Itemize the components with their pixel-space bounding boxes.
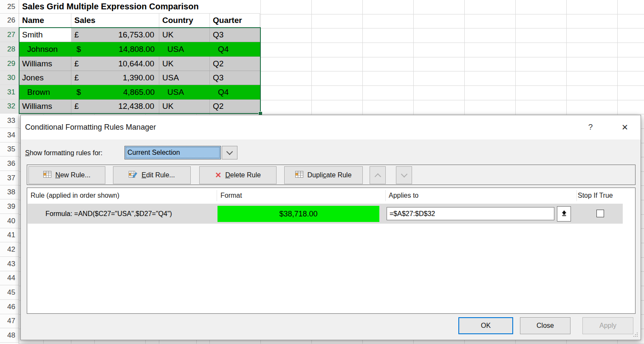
move-rule-up-button[interactable] bbox=[370, 166, 386, 184]
scope-dropdown-arrow-button[interactable] bbox=[222, 146, 237, 159]
chevron-up-icon bbox=[374, 173, 381, 180]
cell-b27[interactable]: £16,753.00 bbox=[71, 28, 159, 42]
row-header-46[interactable]: 46 bbox=[0, 300, 19, 314]
collapse-dialog-button[interactable] bbox=[557, 206, 571, 222]
row-header-41[interactable]: 41 bbox=[0, 228, 19, 242]
new-rule-grid-icon bbox=[43, 171, 51, 179]
table-row-31: Brown $4,865.00 USA Q4 bbox=[19, 85, 260, 100]
row-header-29[interactable]: 29 bbox=[0, 57, 19, 71]
row-header-32[interactable]: 32 bbox=[0, 100, 19, 114]
cf-rules-manager-dialog: Conditional Formatting Rules Manager ? ✕… bbox=[20, 115, 641, 340]
edit-rule-pencil-icon bbox=[129, 171, 138, 180]
list-header-stop-if-true: Stop If True bbox=[578, 188, 613, 203]
scope-dropdown[interactable]: Current Selection bbox=[124, 146, 221, 159]
cell-a31[interactable]: Brown bbox=[19, 85, 71, 99]
column-header-name[interactable]: Name bbox=[19, 14, 71, 28]
stop-if-true-checkbox[interactable] bbox=[596, 210, 604, 217]
row-header-43[interactable]: 43 bbox=[0, 257, 19, 271]
chevron-down-icon bbox=[401, 171, 407, 177]
rule-row-selected[interactable]: Formula: =AND($C27="USA",$D27="Q4") $38,… bbox=[28, 204, 623, 224]
column-header-country[interactable]: Country bbox=[159, 14, 210, 28]
cell-a32[interactable]: Williams bbox=[19, 100, 71, 113]
column-header-quarter[interactable]: Quarter bbox=[210, 14, 260, 28]
cell-c32[interactable]: UK bbox=[159, 100, 210, 113]
row-header-47[interactable]: 47 bbox=[0, 314, 19, 328]
currency-symbol: £ bbox=[74, 30, 79, 40]
column-divider bbox=[576, 190, 577, 201]
row-header-28[interactable]: 28 bbox=[0, 42, 19, 57]
amount: 10,644.00 bbox=[118, 59, 154, 68]
cell-b30[interactable]: £1,390.00 bbox=[71, 71, 159, 85]
cell-b31[interactable]: $4,865.00 bbox=[71, 85, 159, 99]
column-divider bbox=[217, 190, 217, 201]
cell-d29[interactable]: Q2 bbox=[210, 57, 260, 71]
row-header-48[interactable]: 48 bbox=[0, 328, 19, 343]
row-header-30[interactable]: 30 bbox=[0, 71, 19, 85]
rule-formula-text: Formula: =AND($C27="USA",$D27="Q4") bbox=[45, 204, 172, 224]
delete-rule-label: Delete Rule bbox=[225, 171, 261, 179]
resize-grip[interactable] bbox=[633, 332, 638, 337]
row-header-38[interactable]: 38 bbox=[0, 185, 19, 199]
scope-dropdown-value: Current Selection bbox=[127, 149, 180, 156]
dialog-titlebar[interactable]: Conditional Formatting Rules Manager ? ✕ bbox=[21, 115, 641, 139]
sheet-title-cell[interactable]: Sales Grid Multiple Expression Compariso… bbox=[19, 0, 260, 14]
close-icon[interactable]: ✕ bbox=[617, 120, 633, 134]
amount: 12,438.00 bbox=[118, 102, 154, 111]
cell-a29[interactable]: Williams bbox=[19, 57, 71, 71]
cell-a28[interactable]: Johnson bbox=[19, 42, 71, 56]
currency-symbol: $ bbox=[76, 45, 81, 54]
row-header-37[interactable]: 37 bbox=[0, 171, 19, 185]
table-row-29: Williams £10,644.00 UK Q2 bbox=[19, 57, 260, 71]
row-header-27[interactable]: 27 bbox=[0, 28, 19, 42]
table-row-27: Smith £16,753.00 UK Q3 bbox=[19, 28, 260, 42]
row-header-33[interactable]: 33 bbox=[0, 114, 19, 128]
edit-rule-button[interactable]: Edit Rule... bbox=[113, 166, 191, 184]
collapse-arrow-icon bbox=[561, 210, 567, 218]
row-header-26[interactable]: 26 bbox=[0, 14, 19, 28]
cell-b32[interactable]: £12,438.00 bbox=[71, 100, 159, 113]
edit-rule-label: Edit Rule... bbox=[141, 171, 175, 179]
table-row-30: Jones £1,390.00 USA Q3 bbox=[19, 71, 260, 85]
apply-button[interactable]: Apply bbox=[582, 317, 633, 334]
row-header-36[interactable]: 36 bbox=[0, 156, 19, 171]
cell-d30[interactable]: Q3 bbox=[210, 71, 260, 85]
row-header-35[interactable]: 35 bbox=[0, 142, 19, 156]
close-button[interactable]: Close bbox=[520, 317, 571, 334]
cell-c29[interactable]: UK bbox=[159, 57, 210, 71]
row-header-44[interactable]: 44 bbox=[0, 271, 19, 285]
new-rule-button[interactable]: New Rule... bbox=[28, 166, 105, 184]
row-header-42[interactable]: 42 bbox=[0, 242, 19, 257]
cell-c27[interactable]: UK bbox=[159, 28, 210, 42]
row-header-39[interactable]: 39 bbox=[0, 199, 19, 214]
cell-d31[interactable]: Q4 bbox=[210, 85, 260, 99]
cell-d28[interactable]: Q4 bbox=[210, 42, 260, 56]
cell-a30[interactable]: Jones bbox=[19, 71, 71, 85]
rules-list: Rule (applied in order shown) Format App… bbox=[27, 188, 636, 314]
help-icon[interactable]: ? bbox=[584, 121, 597, 134]
row-header-25[interactable]: 25 bbox=[0, 0, 19, 14]
rules-toolbar: New Rule... Edit Rule... ✕ Delete Rule D… bbox=[27, 165, 636, 185]
chevron-down-icon bbox=[226, 148, 233, 155]
cell-d32[interactable]: Q2 bbox=[210, 100, 260, 113]
red-x-icon: ✕ bbox=[215, 171, 221, 180]
row-header-31[interactable]: 31 bbox=[0, 85, 19, 100]
ok-button[interactable]: OK bbox=[458, 317, 513, 334]
row-header-40[interactable]: 40 bbox=[0, 214, 19, 228]
move-rule-down-button[interactable] bbox=[396, 166, 412, 184]
row-header-45[interactable]: 45 bbox=[0, 285, 19, 300]
currency-symbol: £ bbox=[74, 73, 79, 82]
cell-b29[interactable]: £10,644.00 bbox=[71, 57, 159, 71]
row-header-34[interactable]: 34 bbox=[0, 128, 19, 142]
cell-c28[interactable]: USA bbox=[159, 42, 210, 56]
table-row-32: Williams £12,438.00 UK Q2 bbox=[19, 100, 260, 114]
cell-c30[interactable]: USA bbox=[159, 71, 210, 85]
cell-d27[interactable]: Q3 bbox=[210, 28, 260, 42]
applies-to-input[interactable] bbox=[387, 207, 554, 220]
cell-b28[interactable]: $14,808.00 bbox=[71, 42, 159, 56]
duplicate-rule-button[interactable]: Duplicate Rule bbox=[284, 166, 363, 184]
delete-rule-button[interactable]: ✕ Delete Rule bbox=[199, 166, 277, 184]
cell-c31[interactable]: USA bbox=[159, 85, 210, 99]
column-header-sales[interactable]: Sales bbox=[71, 14, 159, 28]
show-rules-label: Show formatting rules for: bbox=[25, 146, 102, 159]
cell-a27-active[interactable]: Smith bbox=[19, 28, 71, 42]
